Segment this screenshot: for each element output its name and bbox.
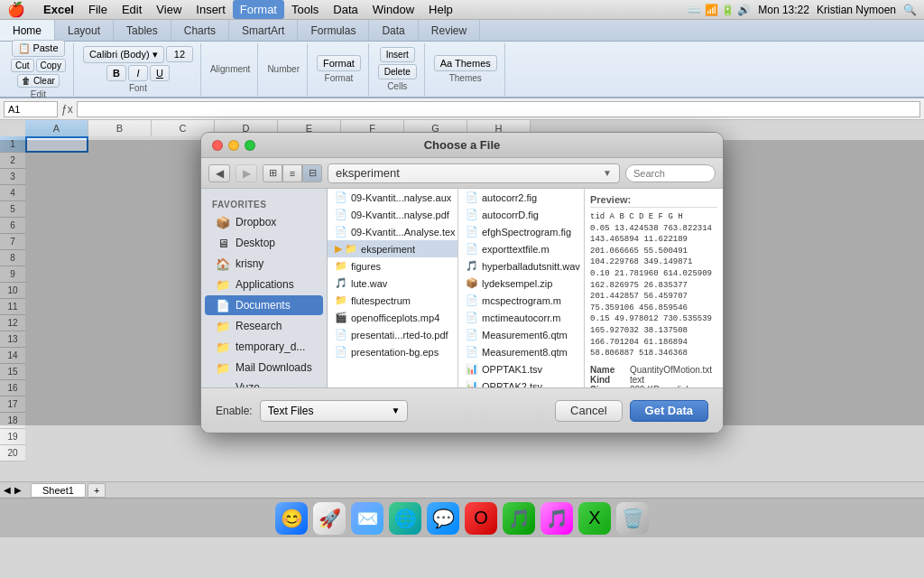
file-item[interactable]: 📄 09-Kvantit...Analyse.tex: [328, 223, 457, 240]
sidebar-item-documents[interactable]: 📄 Documents: [205, 295, 323, 315]
sub-file-item[interactable]: 🎵 hyperballadutsnitt.wav: [458, 257, 584, 275]
dock-itunes[interactable]: 🎵: [541, 502, 573, 535]
list-view-button[interactable]: ≡: [282, 164, 302, 182]
next-sheet-btn[interactable]: ▶: [14, 485, 22, 495]
file-item-eksperiment[interactable]: ▶ 📁 eksperiment: [328, 240, 457, 257]
dock-opera[interactable]: O: [465, 502, 497, 535]
tsv-icon: 📊: [466, 380, 478, 387]
col-header-b[interactable]: B: [88, 120, 152, 136]
icon-view-button[interactable]: ⊞: [263, 164, 282, 182]
menu-window[interactable]: Window: [365, 0, 421, 19]
row-header-19[interactable]: 19: [0, 429, 25, 445]
col-header-a[interactable]: A: [25, 120, 88, 136]
sub-file-item[interactable]: 📄 autocorr2.fig: [458, 189, 584, 206]
dock-mail[interactable]: ✉️: [351, 502, 383, 535]
themes-button[interactable]: Aa Themes: [434, 55, 497, 71]
file-item[interactable]: 📁 flutespectrum: [328, 292, 457, 309]
formula-input[interactable]: [77, 101, 920, 117]
sub-file-item[interactable]: 📄 exporttextfile.m: [458, 240, 584, 257]
row-header-20[interactable]: 20: [0, 445, 25, 461]
italic-button[interactable]: I: [128, 65, 148, 81]
maximize-button[interactable]: [245, 140, 255, 151]
location-bar[interactable]: eksperiment ▼: [328, 163, 620, 183]
sidebar-item-dropbox[interactable]: 📦 Dropbox: [205, 212, 323, 232]
search-input[interactable]: [625, 164, 716, 182]
format-button[interactable]: Format: [317, 55, 361, 71]
paste-button[interactable]: 📋 Paste: [12, 40, 64, 57]
menu-help[interactable]: Help: [421, 0, 460, 19]
apple-menu[interactable]: 🍎: [7, 1, 25, 18]
sub-file-item[interactable]: 📄 Measurement8.qtm: [458, 343, 584, 360]
nav-back-button[interactable]: ◀: [208, 164, 230, 182]
insert-cell-btn[interactable]: Insert: [380, 47, 415, 62]
column-view-button[interactable]: ⊟: [302, 164, 322, 182]
app-name[interactable]: Excel: [36, 0, 81, 19]
cancel-button[interactable]: Cancel: [555, 400, 622, 422]
file-item-figures[interactable]: 📁 figures: [328, 257, 457, 275]
dock-safari[interactable]: 🌐: [389, 502, 421, 535]
tab-tables[interactable]: Tables: [114, 20, 171, 41]
font-selector[interactable]: Calibri (Body) ▾: [83, 46, 164, 63]
dock-finder[interactable]: 😊: [275, 502, 308, 535]
bold-button[interactable]: B: [106, 65, 126, 81]
cell-reference[interactable]: [4, 101, 58, 117]
tab-charts[interactable]: Charts: [171, 20, 229, 41]
sidebar-item-research[interactable]: 📁 Research: [205, 316, 323, 336]
delete-cell-btn[interactable]: Delete: [378, 64, 417, 79]
file-item[interactable]: 📄 09-Kvantit...nalyse.pdf: [328, 206, 457, 223]
file-item[interactable]: 📄 presentation-bg.eps: [328, 343, 457, 360]
enable-select[interactable]: Text Files ▼: [260, 400, 409, 422]
sub-file-item[interactable]: 📄 mctimeautocorr.m: [458, 309, 584, 326]
sidebar-item-temporary[interactable]: 📁 temporary_d...: [205, 337, 323, 357]
tab-smartart[interactable]: SmartArt: [229, 20, 298, 41]
file-item[interactable]: 📄 09-Kvantit...nalyse.aux: [328, 189, 457, 206]
dock-excel[interactable]: X: [578, 502, 611, 535]
ribbon: Home Layout Tables Charts SmartArt Formu…: [0, 20, 924, 98]
underline-button[interactable]: U: [150, 65, 170, 81]
get-data-button[interactable]: Get Data: [630, 400, 708, 422]
sub-file-item[interactable]: 📄 mcspectrogram.m: [458, 292, 584, 309]
minimize-button[interactable]: [228, 140, 239, 151]
font-size[interactable]: 12: [166, 46, 193, 62]
sub-file-item[interactable]: 📄 Measurement6.qtm: [458, 326, 584, 343]
copy-button[interactable]: Copy: [36, 59, 66, 72]
spotlight-icon[interactable]: 🔍: [903, 4, 917, 16]
tab-formulas[interactable]: Formulas: [298, 20, 369, 41]
file-item[interactable]: 🎬 openofficeplots.mp4: [328, 309, 457, 326]
sub-file-item[interactable]: 📄 efghSpectrogram.fig: [458, 223, 584, 240]
menu-data[interactable]: Data: [326, 0, 365, 19]
menu-insert[interactable]: Insert: [189, 0, 233, 19]
add-sheet-button[interactable]: +: [88, 483, 106, 498]
sidebar-item-desktop[interactable]: 🖥 Desktop: [205, 233, 323, 253]
menu-format[interactable]: Format: [233, 0, 284, 19]
tab-data[interactable]: Data: [369, 20, 418, 41]
sub-file-item[interactable]: 📄 autocorrD.fig: [458, 206, 584, 223]
sidebar-item-mail-downloads[interactable]: 📁 Mail Downloads: [205, 358, 323, 378]
sub-file-item[interactable]: 📊 OPPTAK2.tsv: [458, 378, 584, 387]
menu-tools[interactable]: Tools: [284, 0, 326, 19]
sub-file-item[interactable]: 📊 OPPTAK1.tsv: [458, 360, 584, 378]
sidebar-item-vuze[interactable]: 📁 Vuze Downloads: [205, 378, 323, 387]
tab-review[interactable]: Review: [419, 20, 480, 41]
sidebar-item-krisny[interactable]: 🏠 krisny: [205, 254, 323, 274]
dock-skype[interactable]: 💬: [427, 502, 459, 535]
close-button[interactable]: [212, 140, 223, 151]
home-icon: 🏠: [216, 256, 230, 271]
menu-file[interactable]: File: [81, 0, 115, 19]
menu-edit[interactable]: Edit: [115, 0, 149, 19]
dock-spotify[interactable]: 🎵: [503, 502, 535, 535]
nav-forward-button[interactable]: ▶: [236, 164, 257, 182]
clear-button[interactable]: 🗑 Clear: [17, 74, 60, 88]
file-item[interactable]: 🎵 lute.wav: [328, 275, 457, 292]
menu-view[interactable]: View: [149, 0, 189, 19]
cut-button[interactable]: Cut: [11, 59, 34, 72]
prev-sheet-btn[interactable]: ◀: [4, 485, 11, 495]
sub-file-item[interactable]: 📦 lydeksempel.zip: [458, 275, 584, 292]
dock-trash[interactable]: 🗑️: [616, 502, 649, 535]
dock-launchpad[interactable]: 🚀: [313, 502, 346, 535]
sidebar-item-applications[interactable]: 📁 Applications: [205, 275, 323, 294]
sheet-tab-sheet1[interactable]: Sheet1: [31, 483, 86, 498]
tab-layout[interactable]: Layout: [55, 20, 114, 41]
file-item[interactable]: 📄 presentati...rted-to.pdf: [328, 326, 457, 343]
tab-home[interactable]: Home: [0, 20, 55, 41]
